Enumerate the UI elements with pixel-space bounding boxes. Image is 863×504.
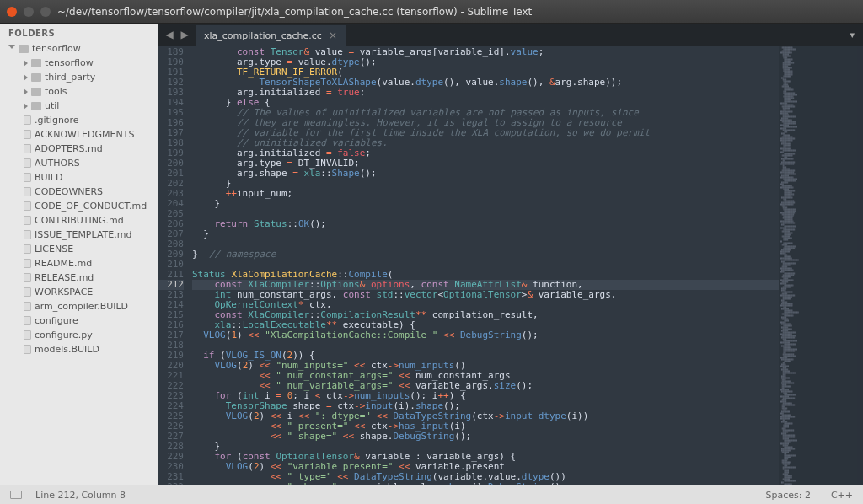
file-icon: [24, 187, 31, 196]
tree-file[interactable]: AUTHORS: [0, 156, 158, 170]
titlebar: ~/dev/tensorflow/tensorflow/compiler/jit…: [0, 0, 863, 24]
close-icon[interactable]: ×: [329, 29, 337, 41]
tree-folder[interactable]: util: [0, 99, 158, 113]
minimap[interactable]: ██████████████ █████████████████ ███████…: [779, 46, 863, 485]
tree-file[interactable]: ACKNOWLEDGMENTS: [0, 127, 158, 142]
indent-setting[interactable]: Spaces: 2: [765, 490, 810, 501]
tree-file[interactable]: CODEOWNERS: [0, 185, 158, 199]
tree-file[interactable]: WORKSPACE: [0, 285, 158, 299]
tree-file[interactable]: configure: [0, 314, 158, 328]
folder-icon: [31, 88, 41, 96]
tree-file[interactable]: RELEASE.md: [0, 271, 158, 285]
line-number[interactable]: 232: [158, 482, 184, 485]
tree-file[interactable]: models.BUILD: [0, 342, 158, 357]
sidebar: FOLDERS tensorflow tensorflow third_part…: [0, 24, 158, 485]
tree-file[interactable]: arm_compiler.BUILD: [0, 299, 158, 314]
file-icon: [24, 345, 31, 354]
tree-folder[interactable]: third_party: [0, 70, 158, 84]
file-icon: [24, 259, 31, 268]
tree-file[interactable]: .gitignore: [0, 113, 158, 127]
window-maximize-button[interactable]: [40, 7, 51, 17]
tree-file[interactable]: configure.py: [0, 328, 158, 342]
folder-icon: [31, 102, 41, 110]
chevron-right-icon: [24, 88, 28, 95]
chevron-down-icon: [8, 45, 15, 52]
syntax-setting[interactable]: C++: [831, 490, 853, 501]
tree-folder[interactable]: tensorflow: [0, 56, 158, 70]
tab-menu-button[interactable]: ▾: [841, 24, 863, 46]
file-icon: [24, 158, 31, 168]
chevron-right-icon: [24, 60, 28, 67]
panel-icon[interactable]: [10, 491, 22, 499]
tree-file[interactable]: ADOPTERS.md: [0, 142, 158, 156]
file-icon: [24, 115, 31, 125]
tree-file[interactable]: CODE_OF_CONDUCT.md: [0, 199, 158, 213]
folder-icon: [19, 45, 29, 53]
file-icon: [24, 244, 31, 254]
folder-tree: tensorflow: [0, 41, 158, 56]
folder-icon: [31, 59, 41, 67]
window-minimize-button[interactable]: [24, 7, 34, 17]
cursor-position[interactable]: Line 212, Column 8: [35, 490, 126, 501]
tab-label: xla_compilation_cache.cc: [204, 30, 322, 41]
nav-fwd-button[interactable]: ▶: [179, 29, 190, 40]
window-close-button[interactable]: [7, 7, 17, 17]
file-icon: [24, 316, 31, 325]
tree-file[interactable]: ISSUE_TEMPLATE.md: [0, 228, 158, 242]
file-icon: [24, 144, 31, 153]
window-title: ~/dev/tensorflow/tensorflow/compiler/jit…: [57, 6, 532, 18]
tree-folder[interactable]: tools: [0, 84, 158, 99]
tree-file[interactable]: BUILD: [0, 170, 158, 185]
tree-file[interactable]: README.md: [0, 256, 158, 271]
file-icon: [24, 287, 31, 297]
tree-file[interactable]: LICENSE: [0, 242, 158, 256]
file-icon: [24, 302, 31, 311]
nav-back-button[interactable]: ◀: [163, 29, 175, 40]
chevron-right-icon: [24, 103, 28, 110]
tab-active[interactable]: xla_compilation_cache.cc ×: [196, 25, 346, 46]
folder-icon: [31, 73, 41, 82]
tab-bar: ◀ ▶ xla_compilation_cache.cc × ▾: [158, 24, 863, 46]
code-editor[interactable]: const Tensor& value = variable_args[vari…: [189, 46, 779, 485]
tree-root[interactable]: tensorflow: [0, 41, 158, 56]
file-icon: [24, 130, 31, 139]
file-icon: [24, 273, 31, 282]
line-gutter[interactable]: 1891901911921931941951961971981992002012…: [158, 46, 189, 485]
file-icon: [24, 201, 31, 211]
sidebar-header: FOLDERS: [0, 24, 158, 41]
editor-area: ◀ ▶ xla_compilation_cache.cc × ▾ 1891901…: [158, 24, 863, 485]
tree-file[interactable]: CONTRIBUTING.md: [0, 213, 158, 228]
chevron-right-icon: [24, 74, 28, 81]
file-icon: [24, 173, 31, 182]
file-icon: [24, 330, 31, 340]
file-icon: [24, 230, 31, 239]
status-bar: Line 212, Column 8 Spaces: 2 C++: [0, 485, 863, 504]
file-icon: [24, 216, 31, 225]
